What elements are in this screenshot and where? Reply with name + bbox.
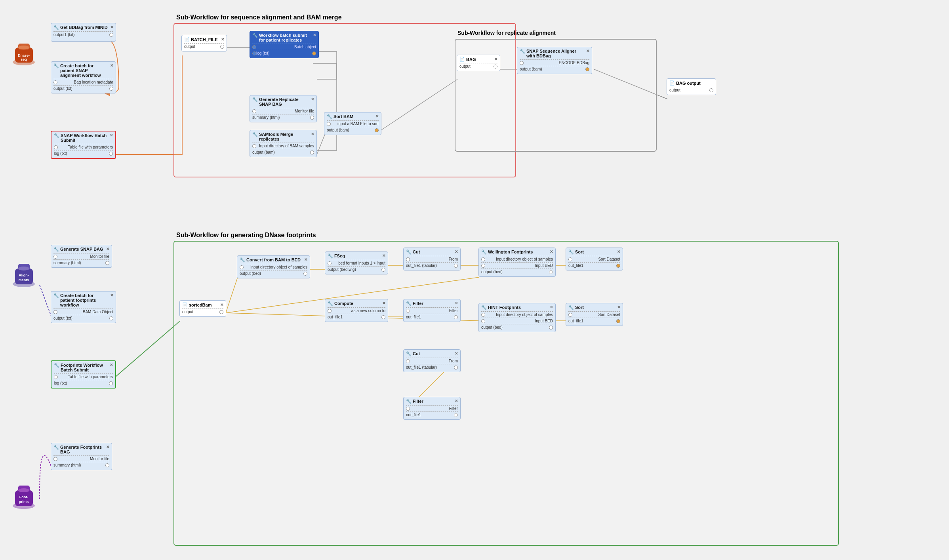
node-cut-top[interactable]: 🔧 Cut ✕ From out_file1 (tabular) bbox=[403, 248, 461, 270]
port-sort-dataset2: Sort Dataset bbox=[568, 311, 620, 318]
node-generate-replicate-snap[interactable]: 🔧 Generate Replicate SNAP BAG ✕ Monitor … bbox=[250, 95, 317, 122]
node-generate-snap-bag[interactable]: 🔧 Generate SNAP BAG ✕ Monitor file summa… bbox=[51, 245, 112, 268]
port-bag-out: output bbox=[669, 87, 713, 93]
port-table-params2: Table file with parameters bbox=[54, 373, 113, 380]
node-sort-hint[interactable]: 🔧 Sort ✕ Sort Dataset out_file1 bbox=[566, 303, 623, 326]
port-hint-input-dir: Input directory object of samples bbox=[481, 311, 553, 318]
port-sort-out2: out_file1 bbox=[568, 318, 620, 324]
port-bam-data: BAM Data Object bbox=[53, 309, 113, 315]
port-output-bam: output (bam) bbox=[252, 149, 314, 155]
port-log-txt: log (txt) bbox=[54, 150, 113, 156]
subworkflow-replicate-title: Sub-Workflow for replicate alignment bbox=[457, 30, 556, 36]
port-table-params: Table file with parameters bbox=[54, 144, 113, 150]
port-wellington-output: output (bed) bbox=[481, 269, 553, 275]
svg-point-3 bbox=[18, 46, 29, 50]
node-create-batch-footprints[interactable]: 🔧 Create batch for patient footprints wo… bbox=[51, 291, 116, 323]
port-summary-html: summary (html) bbox=[53, 259, 109, 266]
node-sorted-bam[interactable]: 📄 sortedBam ✕ output bbox=[179, 300, 226, 317]
port-output-bam2: output (bam) bbox=[327, 127, 379, 133]
port-batch-obj: Batch object bbox=[252, 44, 316, 50]
port-out-tabular: out_file1 (tabular) bbox=[406, 262, 458, 269]
port-compute-col: as a new column to bbox=[328, 307, 385, 314]
svg-text:seq: seq bbox=[21, 57, 27, 61]
port-filter-in: Filter bbox=[406, 307, 458, 314]
node-samtools-merge[interactable]: 🔧 SAMtools Merge replicates ✕ Input dire… bbox=[250, 130, 317, 157]
port-filter-out: out_file1 bbox=[406, 314, 458, 320]
node-filter-top[interactable]: 🔧 Filter ✕ Filter out_file1 bbox=[403, 299, 461, 322]
node-footprints-batch[interactable]: 🔧 Footprints Workflow Batch Submit ✕ Tab… bbox=[51, 360, 116, 389]
node-snap-workflow-batch[interactable]: 🔧 SNAP Workflow Batch Submit ✕ Table fil… bbox=[51, 131, 116, 159]
port-out-tabular2: out_file1 (tabular) bbox=[406, 364, 458, 370]
port-output-bed: output (bed) bbox=[240, 270, 307, 276]
subworkflow-footprints-title: Sub-Workflow for generating DNase footpr… bbox=[176, 232, 316, 239]
port-filter2-in: Filter bbox=[406, 405, 458, 411]
port-output1: output1 (txt) bbox=[53, 31, 113, 38]
port-monitor: Monitor file bbox=[53, 253, 109, 259]
node-batch-file[interactable]: 📄 BATCH_FILE ✕ output bbox=[181, 35, 227, 51]
port-output-txt: output (txt) bbox=[53, 85, 113, 91]
node-compute[interactable]: 🔧 Compute ✕ as a new column to out_file1 bbox=[325, 299, 388, 322]
subworkflow-alignment-title: Sub-Workflow for sequence alignment and … bbox=[176, 14, 342, 21]
svg-point-9 bbox=[18, 267, 29, 270]
node-snap-aligner[interactable]: 🔧 SNAP Sequence Aligner with BDBag ✕ ENC… bbox=[517, 47, 592, 74]
port-sorted-output: output bbox=[182, 309, 223, 315]
port-batch-output: output bbox=[184, 43, 224, 50]
svg-text:Align-: Align- bbox=[19, 273, 29, 277]
port-bed-format: bed format inputs 1 > input bbox=[328, 260, 385, 266]
node-sort-wellington[interactable]: 🔧 Sort ✕ Sort Dataset out_file1 bbox=[566, 248, 623, 270]
port-from-cut2: From bbox=[406, 358, 458, 364]
node-filter-bottom[interactable]: 🔧 Filter ✕ Filter out_file1 bbox=[403, 397, 461, 420]
node-bag-output[interactable]: 📄 BAG output output bbox=[667, 78, 716, 95]
port-compute-out: out_file1 bbox=[328, 314, 385, 320]
node-generate-footprints-bag[interactable]: 🔧 Generate Footprints BAG ✕ Monitor file… bbox=[51, 443, 112, 470]
node-cut-bottom[interactable]: 🔧 Cut ✕ From out_file1 (tabular) bbox=[403, 349, 461, 372]
port-filter2-out: out_file1 bbox=[406, 411, 458, 418]
node-fseq[interactable]: 🔧 FSeq ✕ bed format inputs 1 > input out… bbox=[325, 251, 388, 274]
port-wellington-input-dir: Input directory object of samples bbox=[481, 256, 553, 262]
port-summary-rep: summary (html) bbox=[252, 114, 314, 120]
svg-point-15 bbox=[18, 488, 29, 492]
port-monitor-rep: Monitor file bbox=[252, 108, 314, 114]
port-output-bam3: output (bam) bbox=[520, 66, 589, 72]
alignments-icon: Align- ments bbox=[11, 257, 37, 288]
port-monitor2: Monitor file bbox=[53, 455, 109, 462]
port-bag-output: output bbox=[459, 63, 497, 69]
port-input-bam: input a BAM File to sort bbox=[327, 120, 379, 127]
node-bag[interactable]: 📄 BAG ✕ output bbox=[457, 55, 500, 71]
subworkflow-footprints: Sub-Workflow for generating DNase footpr… bbox=[173, 241, 839, 546]
svg-text:Foot-: Foot- bbox=[19, 495, 29, 499]
node-get-bdbag[interactable]: 🔧 Get BDBag from MINID ✕ output1 (txt) bbox=[51, 23, 116, 42]
port-hint-input-bed: Input BED bbox=[481, 318, 553, 324]
node-create-batch-snap[interactable]: 🔧 Create batch for patient SNAP alignmen… bbox=[51, 61, 116, 93]
footprints-icon: Foot- prints bbox=[11, 479, 37, 510]
port-input-dir: Input directory object of samples bbox=[240, 264, 307, 270]
port-sort-dataset: Sort Dataset bbox=[568, 256, 620, 262]
svg-text:prints: prints bbox=[19, 500, 29, 504]
port-input-bam-dir: Input directory of BAM samples bbox=[252, 143, 314, 149]
port-hint-output: output (bed) bbox=[481, 324, 553, 330]
node-hint[interactable]: 🔧 HINT Footprints ✕ Input directory obje… bbox=[478, 303, 556, 332]
node-convert-bam-bed[interactable]: 🔧 Convert from BAM to BED ✕ Input direct… bbox=[237, 255, 310, 278]
port-bag-location: Bag location metadata bbox=[53, 79, 113, 85]
node-wellington[interactable]: 🔧 Wellington Footprints ✕ Input director… bbox=[478, 248, 556, 277]
workflow-canvas: Sub-Workflow for sequence alignment and … bbox=[0, 0, 949, 560]
port-output-txt2: output (txt) bbox=[53, 315, 113, 321]
port-output-bedwig: output (bed,wig) bbox=[328, 266, 385, 272]
node-workflow-batch-replicates[interactable]: 🔧 Workflow batch submit for patient repl… bbox=[250, 31, 319, 58]
port-sort-out: out_file1 bbox=[568, 262, 620, 269]
port-log-txt2: log (txt) bbox=[54, 380, 113, 386]
port-wellington-input-bed: Input BED bbox=[481, 262, 553, 269]
dnaseseq-icon: Dnase- seq bbox=[11, 38, 37, 66]
port-summary-html2: summary (html) bbox=[53, 462, 109, 468]
svg-text:Dnase-: Dnase- bbox=[18, 53, 30, 57]
port-from-cut: From bbox=[406, 256, 458, 262]
port-log-replicates: log (txt) bbox=[252, 50, 316, 56]
port-encode-bdbag: ENCODE BDBag bbox=[520, 59, 589, 66]
svg-text:ments: ments bbox=[19, 278, 29, 282]
node-sort-bam[interactable]: 🔧 Sort BAM ✕ input a BAM File to sort ou… bbox=[324, 112, 381, 135]
